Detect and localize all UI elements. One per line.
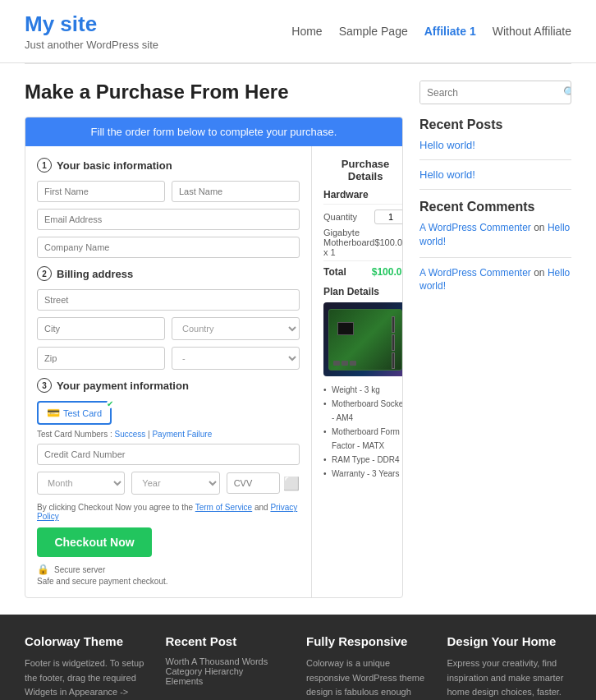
post-link-2[interactable]: Hello world!: [419, 168, 571, 181]
mb-port-1: [333, 361, 340, 366]
nav-home[interactable]: Home: [291, 25, 322, 38]
site-tagline: Just another WordPress site: [25, 39, 158, 51]
mb-slots: [392, 316, 395, 369]
month-select[interactable]: Month: [37, 472, 125, 495]
hardware-title: Hardware: [323, 189, 403, 205]
nav-affiliate1[interactable]: Affiliate 1: [424, 25, 476, 38]
search-button[interactable]: 🔍: [557, 81, 571, 104]
zip-input[interactable]: [37, 347, 165, 370]
mb-slot-3: [392, 352, 395, 369]
step2-label: Billing address: [57, 268, 133, 280]
footer-col1-title: Colorway Theme: [25, 634, 149, 648]
lock-icon: 🔒: [37, 564, 49, 575]
step3-circle: 3: [37, 378, 52, 393]
purchase-form: Fill the order form below to complete yo…: [25, 117, 403, 598]
mb-port-3: [350, 361, 356, 366]
footer-col2-title: Recent Post: [166, 634, 291, 648]
nav-sample[interactable]: Sample Page: [339, 25, 408, 38]
company-input[interactable]: [37, 237, 300, 258]
recent-comments-title: Recent Comments: [419, 200, 571, 214]
cvv-input[interactable]: [227, 472, 280, 494]
item-label: Gigabyte Motherboard x 1: [323, 228, 374, 257]
spec-5: Warranty - 3 Years: [323, 467, 403, 481]
site-header: My site Just another WordPress site Home…: [0, 0, 596, 64]
item-row: Gigabyte Motherboard x 1 $100.00: [323, 228, 403, 257]
mb-slot-1: [392, 316, 395, 333]
step1-label: Your basic information: [57, 159, 172, 172]
commenter-1[interactable]: A WordPress Commenter: [419, 222, 531, 233]
test-card-numbers: Test Card Numbers : Success | Payment Fa…: [37, 430, 300, 439]
item-price: $100.00: [374, 237, 403, 247]
total-row: Total $100.00: [323, 260, 403, 278]
success-link[interactable]: Success: [114, 430, 145, 439]
mb-ports: [333, 361, 356, 366]
card-btn-label: Test Card: [63, 408, 102, 418]
purchase-title: Purchase Details: [323, 158, 403, 182]
footer: Colorway Theme Footer is widgetized. To …: [0, 615, 596, 700]
footer-col3-title: Fully Responsive: [306, 634, 431, 648]
footer-link-3[interactable]: Elements: [166, 676, 291, 686]
footer-col3-text: Colorway is a unique responsive WordPres…: [306, 656, 431, 700]
secure-label: Secure server: [54, 565, 105, 574]
content-area: Make a Purchase From Here Fill the order…: [25, 81, 403, 598]
footer-link-1[interactable]: Worth A Thousand Words: [166, 656, 291, 666]
step3-label: Your payment information: [57, 380, 189, 392]
product-image: [323, 302, 403, 376]
country-select[interactable]: Country: [172, 317, 300, 340]
nav-without-affiliate[interactable]: Without Affiliate: [493, 25, 571, 38]
purchase-details-panel: Purchase Details Hardware Quantity Gigab…: [312, 146, 403, 597]
secure-row: 🔒 Secure server: [37, 564, 300, 575]
footer-col-1: Colorway Theme Footer is widgetized. To …: [25, 634, 149, 700]
spec-4: RAM Type - DDR4: [323, 453, 403, 467]
divider-3: [419, 257, 571, 258]
credit-card-input[interactable]: [37, 444, 300, 465]
spec-3: Motherboard Form Factor - MATX: [323, 425, 403, 453]
total-price: $100.00: [372, 266, 403, 278]
email-input[interactable]: [37, 209, 300, 230]
comment-2: A WordPress Commenter on Hello world!: [419, 266, 571, 294]
failure-link[interactable]: Payment Failure: [152, 430, 212, 439]
recent-posts-title: Recent Posts: [419, 117, 571, 132]
footer-col-2: Recent Post Worth A Thousand Words Categ…: [166, 634, 291, 700]
secure-subtext: Safe and secure payment checkout.: [37, 577, 300, 586]
street-input[interactable]: [37, 289, 300, 311]
footer-col-4: Design Your Home Express your creativity…: [447, 634, 572, 700]
search-input[interactable]: [420, 81, 557, 104]
comment-1: A WordPress Commenter on Hello world!: [419, 221, 571, 249]
page-title: Make a Purchase From Here: [25, 81, 403, 104]
footer-main: Colorway Theme Footer is widgetized. To …: [0, 615, 596, 700]
city-input[interactable]: [37, 317, 165, 340]
sidebar: 🔍 Recent Posts Hello world! Hello world!…: [419, 81, 571, 598]
checkout-button[interactable]: Checkout Now: [37, 527, 152, 557]
quantity-label: Quantity: [323, 212, 357, 222]
site-title: My site: [25, 12, 158, 37]
mb-slot-2: [392, 334, 395, 351]
step3-title: 3 Your payment information: [37, 378, 300, 393]
last-name-input[interactable]: [172, 181, 300, 202]
test-card-button[interactable]: 💳 Test Card ✔: [37, 401, 112, 425]
step1-title: 1 Your basic information: [37, 158, 300, 173]
zip2-select[interactable]: -: [172, 347, 300, 370]
divider-2: [419, 189, 571, 190]
cvv-icon: ⬜: [283, 476, 300, 491]
mb-chip: [337, 322, 354, 335]
check-icon: ✔: [107, 399, 113, 408]
terms-text: By clicking Checkout Now you agree to th…: [37, 503, 300, 521]
plan-specs: Weight - 3 kg Motherboard Socket - AM4 M…: [323, 383, 403, 481]
quantity-input[interactable]: [374, 210, 403, 224]
spec-2: Motherboard Socket - AM4: [323, 397, 403, 425]
footer-col1-text: Footer is widgetized. To setup the foote…: [25, 656, 149, 700]
footer-col-3: Fully Responsive Colorway is a unique re…: [306, 634, 431, 700]
first-name-input[interactable]: [37, 181, 165, 202]
main-nav: Home Sample Page Affiliate 1 Without Aff…: [291, 25, 571, 38]
motherboard-graphic: [328, 309, 402, 371]
commenter-2[interactable]: A WordPress Commenter: [419, 267, 531, 279]
footer-col4-text: Express your creativity, find inspiratio…: [447, 656, 572, 700]
terms-link[interactable]: Term of Service: [195, 503, 252, 512]
plan-title: Plan Details: [323, 286, 403, 297]
post-link-1[interactable]: Hello world!: [419, 139, 571, 151]
form-left-panel: 1 Your basic information: [25, 146, 312, 597]
step2-circle: 2: [37, 266, 52, 281]
footer-link-2[interactable]: Category Hierarchy: [166, 666, 291, 676]
year-select[interactable]: Year: [131, 472, 219, 495]
